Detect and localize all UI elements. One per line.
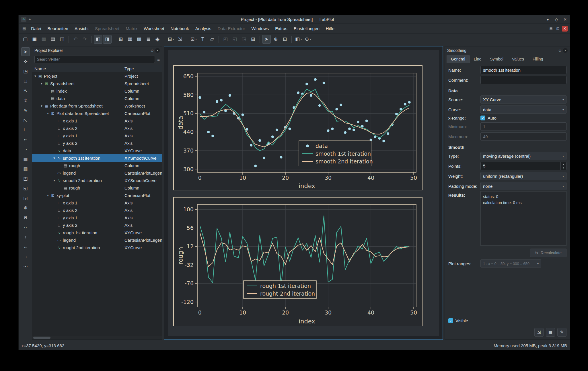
project-explorer-header[interactable]: Project Explorer ◇ ✕ <box>32 46 162 54</box>
search-input[interactable] <box>34 56 155 63</box>
tab-general[interactable]: General <box>447 55 470 63</box>
tree-row[interactable]: ▤roughColumn <box>32 162 162 169</box>
toggle-properties-explorer-button[interactable]: ◨ <box>103 35 112 44</box>
worksheet-page[interactable]: 30037044051058065001020304050dataindexda… <box>168 50 439 336</box>
menu-worksheet[interactable]: Worksheet <box>141 24 167 33</box>
tree-row[interactable]: ▤dataColumn <box>32 95 162 102</box>
dock-float-icon[interactable]: ◇ <box>559 48 561 52</box>
save-button[interactable]: ▦ <box>546 328 555 337</box>
menu-einstellungen[interactable]: Einstellungen <box>291 24 323 33</box>
new-project-button[interactable]: ▢ <box>21 35 30 44</box>
shift-y-tool-button[interactable]: ↕ <box>21 233 30 241</box>
scale-auto-y-tool-button[interactable]: ◲ <box>21 194 30 202</box>
tree-row[interactable]: ∿rough 1st iterationXYCurve <box>32 229 162 236</box>
pin-icon[interactable]: ⌖ <box>29 17 31 22</box>
add-axis-tool-button[interactable]: ∟ <box>21 125 30 134</box>
add-image-button[interactable]: ▱ <box>208 35 216 44</box>
more-tools-button[interactable]: ⋯ <box>21 262 30 270</box>
weight-combobox[interactable]: uniform (rectangular)▾ <box>480 172 566 180</box>
filter-options-icon[interactable]: ≡ <box>157 57 160 62</box>
shift-x-tool-button[interactable]: ↔ <box>21 223 30 231</box>
cursor-line-tool-button[interactable]: ⇕ <box>21 96 30 105</box>
tree-row[interactable]: ▾▦Plot data from SpreadsheetWorksheet <box>32 102 162 110</box>
tree-row[interactable]: ∟x axis 1Axis <box>32 117 162 124</box>
tree-row[interactable]: ▾⊞SpreadsheetSpreadsheet <box>32 80 162 87</box>
visible-checkbox[interactable]: ✓ <box>448 318 453 323</box>
grid-layout-button[interactable]: ⊞ <box>249 35 257 44</box>
select-tool-button[interactable]: ➤ <box>21 47 30 56</box>
expander-icon[interactable]: ▾ <box>40 82 44 85</box>
plot-rough[interactable]: -120-76-32125610001020304050roughindexro… <box>173 197 422 326</box>
select-mode-button[interactable]: ➤ <box>262 35 271 44</box>
menu-ansicht[interactable]: Ansicht <box>71 24 92 33</box>
new-worksheet-button[interactable]: ▩ <box>135 35 143 44</box>
add-info-element-tool-button[interactable]: ▥ <box>21 164 30 173</box>
tree-row[interactable]: ∟y axis 1Axis <box>32 132 162 139</box>
window-close-button[interactable]: ✕ <box>561 16 569 23</box>
tree-row[interactable]: ∿dataXYCurve <box>32 147 162 154</box>
window-minimize-button[interactable]: ▾ <box>544 16 552 23</box>
import-data-button[interactable]: ⇲ <box>176 35 184 44</box>
tab-filling[interactable]: Filling <box>528 55 548 63</box>
menu-hilfe[interactable]: Hilfe <box>323 24 338 33</box>
box-select-tool-button[interactable]: ◻ <box>21 77 30 85</box>
type-combobox[interactable]: moving average (central)▾ <box>480 152 566 160</box>
color-scheme-button[interactable]: ◉ <box>153 35 162 44</box>
tab-symbol[interactable]: Symbol <box>486 55 508 63</box>
mdi-restore-button[interactable]: ⊡ <box>555 26 561 32</box>
expander-icon[interactable]: ▾ <box>46 194 50 197</box>
scale-auto-x-tool-button[interactable]: ◱ <box>21 184 30 192</box>
tree-row[interactable]: ▭legendCartesianPlotLegend <box>32 169 162 177</box>
add-legend-tool-button[interactable]: ▤ <box>21 155 30 163</box>
column-header-name[interactable]: Name <box>34 66 46 71</box>
tree-column-header[interactable]: Name Type <box>32 65 162 72</box>
tree-row[interactable]: ▾∿smooth 2nd iterationXYSmoothCurve <box>32 177 162 184</box>
new-notebook-button[interactable]: ≣ <box>144 35 153 44</box>
menu-notebook[interactable]: Notebook <box>167 24 192 33</box>
menu-windows[interactable]: Windows <box>248 24 272 33</box>
expander-icon[interactable]: ▾ <box>46 112 50 115</box>
worksheet-view[interactable]: 30037044051058065001020304050dataindexda… <box>164 46 443 340</box>
zoom-mode-button[interactable]: ⊡▾ <box>189 35 198 44</box>
name-field[interactable] <box>480 66 566 74</box>
column-header-type[interactable]: Type <box>124 66 134 71</box>
tree-row[interactable]: ▾▣ProjectProject <box>32 72 162 80</box>
menu-extras[interactable]: Extras <box>272 24 291 33</box>
window-maximize-button[interactable]: ◇ <box>553 16 560 23</box>
magnification-button[interactable]: ⊙▾ <box>304 35 312 44</box>
tree-row[interactable]: ▾∿smooth 1st iterationXYSmoothCurve <box>32 154 162 162</box>
save-as-button[interactable]: ✎ <box>557 328 566 337</box>
tab-values[interactable]: Values <box>508 55 528 63</box>
smoothing-header[interactable]: Smoothing ◇ ✕ <box>445 46 570 54</box>
menu-analysis[interactable]: Analysis <box>192 24 215 33</box>
shift-region-tool-button[interactable]: ⇱ <box>21 86 30 95</box>
tree-row[interactable]: ∟x axis 1Axis <box>32 199 162 206</box>
menu-datei[interactable]: Datei <box>28 24 44 33</box>
add-axis-right-tool-button[interactable]: ¬ <box>21 145 30 153</box>
tree-row[interactable]: ∟x axis 2Axis <box>32 206 162 214</box>
menu-bearbeiten[interactable]: Bearbeiten <box>44 24 71 33</box>
plot-data[interactable]: 30037044051058065001020304050dataindexda… <box>173 65 422 190</box>
add-axis-top-tool-button[interactable]: ⌐ <box>21 135 30 144</box>
zoom-select-mode-button[interactable]: ⊡ <box>281 35 289 44</box>
plot-legend[interactable]: datasmooth 1st iterationsmooth 2nd itera… <box>299 141 373 166</box>
shift-left-tool-button[interactable]: ← <box>21 242 30 251</box>
curve-combobox[interactable]: data▾ <box>480 106 566 114</box>
spin-down-icon[interactable]: ▾ <box>561 166 566 170</box>
scrollbar-thumb[interactable] <box>33 337 50 339</box>
new-matrix-button[interactable]: ▦ <box>126 35 134 44</box>
tree-row[interactable]: ∟x axis 2Axis <box>32 124 162 132</box>
dock-close-icon[interactable]: ✕ <box>155 48 160 53</box>
tree-row[interactable]: ∟y axis 2Axis <box>32 139 162 147</box>
print-preview-button[interactable]: ◫ <box>58 35 66 44</box>
comment-field[interactable] <box>480 76 566 84</box>
tree-row[interactable]: ∟y axis 2Axis <box>32 221 162 229</box>
crosshair-mode-button[interactable]: ⊕ <box>271 35 280 44</box>
auto-checkbox[interactable]: ✓ <box>480 116 485 120</box>
export-button[interactable]: ⇲ <box>534 328 544 337</box>
zoom-in-tool-button[interactable]: ⊕ <box>21 203 30 212</box>
mdi-close-button[interactable]: ✕ <box>562 26 568 32</box>
tree-row[interactable]: ▾⊠xy-plotCartesianPlot <box>32 192 162 199</box>
mdi-minimize-button[interactable]: ⊟ <box>548 26 554 32</box>
expander-icon[interactable]: ▾ <box>33 74 37 78</box>
